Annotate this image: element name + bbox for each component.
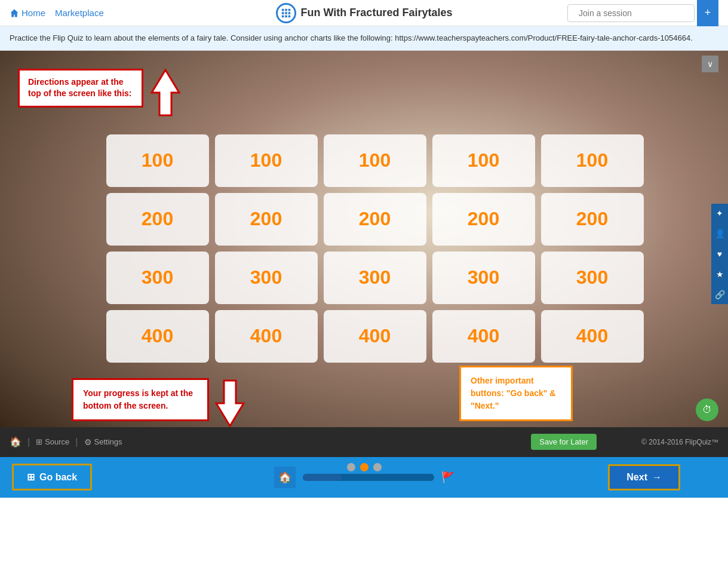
grid-icon: ⊞ xyxy=(27,471,35,483)
grid-cell-0-4[interactable]: 100 xyxy=(541,134,644,187)
top-navigation: Home Marketplace Fun With Fractured Fair… xyxy=(0,0,728,26)
svg-rect-1 xyxy=(285,8,287,11)
copyright-text: © 2014-2016 FlipQuiz™ xyxy=(641,438,718,446)
grid-cell-2-0[interactable]: 300 xyxy=(106,252,209,304)
svg-marker-9 xyxy=(152,70,179,115)
home-label: Home xyxy=(21,8,45,18)
svg-rect-7 xyxy=(285,15,287,17)
grid-cell-3-3[interactable]: 400 xyxy=(432,310,535,363)
page-title: Fun With Fractured Fairytales xyxy=(276,3,453,23)
marketplace-link[interactable]: Marketplace xyxy=(55,8,104,18)
source-label: Source xyxy=(45,437,69,446)
grid-cell-1-0[interactable]: 200 xyxy=(106,193,209,246)
svg-rect-0 xyxy=(281,8,284,11)
svg-rect-8 xyxy=(288,15,290,17)
separator-2: | xyxy=(75,437,78,447)
progress-callout: Your progress is kept at the bottom of t… xyxy=(72,378,245,421)
grid-cell-2-2[interactable]: 300 xyxy=(324,252,426,304)
grid-cell-3-1[interactable]: 400 xyxy=(215,310,318,363)
progress-bar-fill xyxy=(303,474,342,481)
grid-cell-2-1[interactable]: 300 xyxy=(215,252,318,304)
buttons-callout: Other important buttons: "Go back" & "Ne… xyxy=(459,366,573,421)
svg-rect-2 xyxy=(288,8,290,11)
settings-label: Settings xyxy=(94,437,122,446)
center-home-button[interactable]: 🏠 xyxy=(274,467,296,488)
nav-center: 🏠 🚩 xyxy=(274,467,454,488)
progress-text: Your progress is kept at the bottom of t… xyxy=(83,388,193,410)
progress-bar-container xyxy=(303,474,434,481)
main-content-area: ∨ Directions appear at the top of the sc… xyxy=(0,51,728,457)
go-back-button[interactable]: ⊞ Go back xyxy=(12,464,92,491)
panel-icon-2[interactable]: 👤 xyxy=(715,229,725,238)
nav-plus-button[interactable]: + xyxy=(697,0,718,26)
save-for-later-button[interactable]: Save for Later xyxy=(531,434,597,450)
grid-cell-3-2[interactable]: 400 xyxy=(324,310,426,363)
join-session-input[interactable] xyxy=(567,4,695,22)
description-text: Practice the Flip Quiz to learn about th… xyxy=(10,33,693,42)
marketplace-label: Marketplace xyxy=(55,8,104,18)
green-circle-button[interactable]: ⏱ xyxy=(696,398,718,421)
grid-cell-1-1[interactable]: 200 xyxy=(215,193,318,246)
title-icon xyxy=(276,3,296,23)
panel-icon-3[interactable]: ♥ xyxy=(717,249,722,259)
grid-cell-1-4[interactable]: 200 xyxy=(541,193,644,246)
arrow-down-icon xyxy=(215,379,245,427)
svg-marker-10 xyxy=(216,381,244,426)
progress-box: Your progress is kept at the bottom of t… xyxy=(72,378,209,421)
directions-text: Directions appear at the top of the scre… xyxy=(28,77,131,99)
buttons-callout-text: Other important buttons: "Go back" & "Ne… xyxy=(471,376,555,410)
bottom-home-icon[interactable]: 🏠 xyxy=(10,436,21,447)
grid-cell-1-3[interactable]: 200 xyxy=(432,193,535,246)
grid-cell-0-2[interactable]: 100 xyxy=(324,134,426,187)
svg-rect-3 xyxy=(281,12,284,14)
grid-cell-2-3[interactable]: 300 xyxy=(432,252,535,304)
grid-cell-3-4[interactable]: 400 xyxy=(541,310,644,363)
settings-cog-icon: ⚙ xyxy=(84,437,92,447)
panel-icon-5[interactable]: 🔗 xyxy=(715,290,725,299)
panel-icon-1[interactable]: ✦ xyxy=(716,209,723,218)
next-arrow-icon: → xyxy=(652,472,662,483)
svg-rect-4 xyxy=(285,12,287,14)
collapse-button[interactable]: ∨ xyxy=(702,56,718,72)
panel-icon-4[interactable]: ★ xyxy=(716,269,724,279)
next-label: Next xyxy=(626,472,647,483)
go-back-label: Go back xyxy=(39,472,77,483)
settings-link[interactable]: ⚙ Settings xyxy=(84,437,122,447)
svg-rect-6 xyxy=(281,15,284,17)
grid-cell-3-0[interactable]: 400 xyxy=(106,310,209,363)
bottom-status-bar: 🏠 | ⊞ Source | ⚙ Settings Save for Later… xyxy=(0,427,728,457)
source-link[interactable]: ⊞ Source xyxy=(36,437,69,446)
grid-cell-0-0[interactable]: 100 xyxy=(106,134,209,187)
directions-callout: Directions appear at the top of the scre… xyxy=(18,69,180,117)
game-grid: 1001001001001002002002002002003003003003… xyxy=(106,134,644,363)
next-button[interactable]: Next → xyxy=(608,464,680,491)
grid-cell-1-2[interactable]: 200 xyxy=(324,193,426,246)
grid-cell-0-1[interactable]: 100 xyxy=(215,134,318,187)
home-link[interactable]: Home xyxy=(10,8,45,18)
description-bar: Practice the Flip Quiz to learn about th… xyxy=(0,26,728,51)
right-panel: ✦ 👤 ♥ ★ 🔗 xyxy=(711,204,728,304)
source-grid-icon: ⊞ xyxy=(36,437,42,446)
grid-cell-0-3[interactable]: 100 xyxy=(432,134,535,187)
title-text: Fun With Fractured Fairytales xyxy=(301,7,453,19)
arrow-up-icon xyxy=(150,69,180,117)
directions-box: Directions appear at the top of the scre… xyxy=(18,69,143,108)
separator-1: | xyxy=(27,437,30,447)
svg-rect-5 xyxy=(288,12,290,14)
bottom-navigation: ⊞ Go back 🏠 🚩 Next → xyxy=(0,457,728,498)
grid-cell-2-4[interactable]: 300 xyxy=(541,252,644,304)
flag-icon: 🚩 xyxy=(441,471,454,484)
